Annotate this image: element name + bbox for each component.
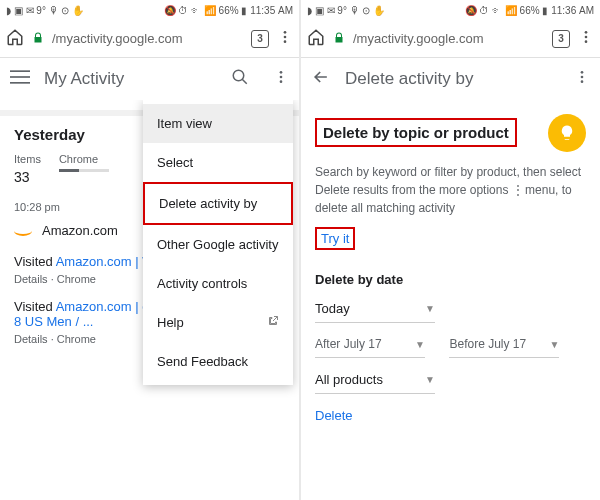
svg-point-16 xyxy=(581,80,584,83)
fab-tips[interactable] xyxy=(548,114,586,152)
content-right: Delete by topic or product Search by key… xyxy=(301,100,600,500)
status-bar: ◗ ▣ ✉ 9° 🎙 ⊙ ✋ 🔕 ⏱ ᯤ 📶 66% ▮ 11:36 AM xyxy=(301,0,600,20)
svg-point-0 xyxy=(284,31,287,34)
dots-icon[interactable] xyxy=(277,29,293,49)
dots-icon[interactable] xyxy=(574,69,590,89)
delete-by-topic-heading: Delete by topic or product xyxy=(315,118,517,147)
app-bar: Delete activity by xyxy=(301,58,600,100)
tabs-count[interactable]: 3 xyxy=(552,30,570,48)
stat-chrome: Chrome xyxy=(59,153,109,172)
svg-point-2 xyxy=(284,40,287,43)
dropdown-after[interactable]: After July 17▼ xyxy=(315,331,425,358)
menu-item-view[interactable]: Item view xyxy=(143,104,293,143)
menu-delete-activity-by[interactable]: Delete activity by xyxy=(143,182,293,225)
tabs-count[interactable]: 3 xyxy=(251,30,269,48)
svg-point-1 xyxy=(284,35,287,38)
page-title: Delete activity by xyxy=(345,69,560,89)
svg-point-6 xyxy=(233,70,244,81)
svg-point-12 xyxy=(585,35,588,38)
chevron-down-icon: ▼ xyxy=(425,374,435,385)
menu-help[interactable]: Help xyxy=(143,303,293,342)
chevron-down-icon: ▼ xyxy=(425,303,435,314)
dropdown-today[interactable]: Today▼ xyxy=(315,295,435,323)
site-name: Amazon.com xyxy=(42,223,118,238)
svg-rect-3 xyxy=(10,70,30,72)
url-text[interactable]: /myactivity.google.com xyxy=(52,31,243,46)
app-bar: My Activity xyxy=(0,58,299,100)
more-dots-icon: ⋮ xyxy=(512,181,522,199)
menu-feedback[interactable]: Send Feedback xyxy=(143,342,293,381)
status-right: 🔕 ⏱ ᯤ 📶 66% ▮ 11:35 AM xyxy=(164,5,294,16)
status-bar: ◗ ▣ ✉ 9° 🎙 ⊙ ✋ 🔕 ⏱ ᯤ 📶 66% ▮ 11:35 AM xyxy=(0,0,299,20)
home-icon[interactable] xyxy=(307,28,325,50)
page-title: My Activity xyxy=(44,69,217,89)
chevron-down-icon: ▼ xyxy=(550,339,560,350)
content-left: Yesterday Items 33 Chrome 10:28 pm Amazo… xyxy=(0,100,299,500)
svg-point-15 xyxy=(581,76,584,79)
menu-activity-controls[interactable]: Activity controls xyxy=(143,264,293,303)
home-icon[interactable] xyxy=(6,28,24,50)
svg-point-10 xyxy=(280,80,283,83)
menu-other-activity[interactable]: Other Google activity xyxy=(143,225,293,264)
visit-prefix: Visited xyxy=(14,299,56,314)
description: Search by keyword or filter by product, … xyxy=(315,163,586,217)
svg-point-13 xyxy=(585,40,588,43)
dropdown-before[interactable]: Before July 17▼ xyxy=(449,331,559,358)
dots-icon[interactable] xyxy=(273,69,289,89)
amazon-icon xyxy=(14,226,32,236)
url-text[interactable]: /myactivity.google.com xyxy=(353,31,544,46)
menu-select[interactable]: Select xyxy=(143,143,293,182)
phone-right: ◗ ▣ ✉ 9° 🎙 ⊙ ✋ 🔕 ⏱ ᯤ 📶 66% ▮ 11:36 AM /m… xyxy=(301,0,600,500)
status-left: ◗ ▣ ✉ 9° 🎙 ⊙ ✋ xyxy=(6,5,84,16)
back-icon[interactable] xyxy=(311,67,331,91)
stat-label: Items xyxy=(14,153,41,165)
svg-point-11 xyxy=(585,31,588,34)
svg-line-7 xyxy=(242,79,247,84)
try-it-link[interactable]: Try it xyxy=(315,227,355,250)
stat-bar xyxy=(59,169,109,172)
lock-icon xyxy=(32,30,44,48)
stat-label: Chrome xyxy=(59,153,109,165)
search-icon[interactable] xyxy=(231,68,249,90)
stat-value: 33 xyxy=(14,169,41,185)
status-left: ◗ ▣ ✉ 9° 🎙 ⊙ ✋ xyxy=(307,5,385,16)
external-icon xyxy=(267,315,279,330)
phone-left: ◗ ▣ ✉ 9° 🎙 ⊙ ✋ 🔕 ⏱ ᯤ 📶 66% ▮ 11:35 AM /m… xyxy=(0,0,299,500)
stat-items: Items 33 xyxy=(14,153,41,185)
delete-link[interactable]: Delete xyxy=(315,408,353,423)
dots-icon[interactable] xyxy=(578,29,594,49)
chevron-down-icon: ▼ xyxy=(415,339,425,350)
lock-icon xyxy=(333,30,345,48)
visit-prefix: Visited xyxy=(14,254,56,269)
url-bar: /myactivity.google.com 3 xyxy=(0,20,299,58)
svg-rect-5 xyxy=(10,82,30,84)
svg-point-14 xyxy=(581,71,584,74)
svg-rect-4 xyxy=(10,76,30,78)
svg-point-9 xyxy=(280,76,283,79)
status-right: 🔕 ⏱ ᯤ 📶 66% ▮ 11:36 AM xyxy=(465,5,595,16)
menu-icon[interactable] xyxy=(10,67,30,91)
delete-by-date-heading: Delete by date xyxy=(315,272,586,287)
dropdown-products[interactable]: All products▼ xyxy=(315,366,435,394)
url-bar: /myactivity.google.com 3 xyxy=(301,20,600,58)
overflow-menu: Item view Select Delete activity by Othe… xyxy=(143,100,293,385)
svg-point-8 xyxy=(280,71,283,74)
